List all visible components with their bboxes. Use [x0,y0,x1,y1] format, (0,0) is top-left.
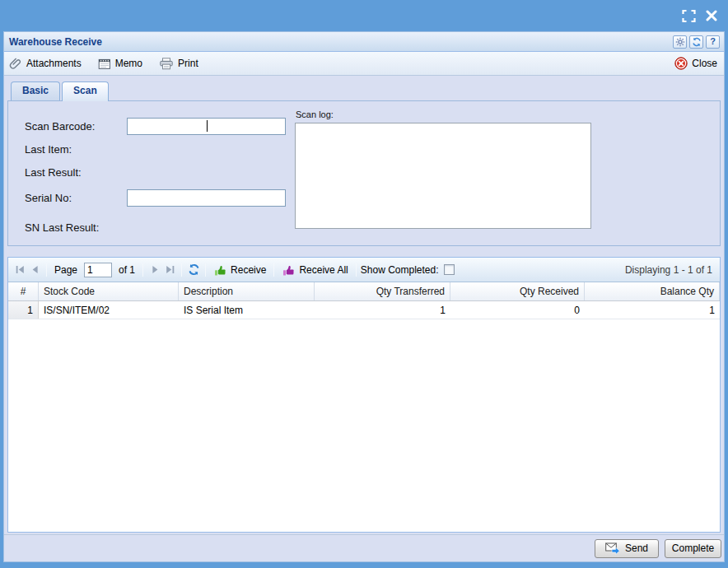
send-button[interactable]: Send [595,539,659,558]
qty-received-cell: 0 [450,301,585,319]
column-header-stock-code[interactable]: Stock Code [39,282,179,300]
application-window: Warehouse Receive ? [0,0,728,568]
settings-button[interactable] [673,35,687,49]
toolbar-separator [46,263,47,277]
dialog-footer: Send Complete [4,534,724,561]
close-label: Close [692,58,717,69]
table-row[interactable]: 1 IS/SN/ITEM/02 IS Serial Item 1 0 1 [8,301,720,319]
grid-toolbar: Page of 1 [8,258,720,282]
row-number-cell: 1 [8,301,39,319]
qty-transferred-cell: 1 [315,301,450,319]
attachments-label: Attachments [26,58,82,69]
column-header-num[interactable]: # [8,282,39,300]
close-window-icon[interactable] [703,8,720,23]
maximize-icon[interactable] [680,8,697,23]
page-of-label: of 1 [119,264,135,276]
scan-log-label: Scan log: [296,109,334,119]
next-page-icon [150,264,161,275]
refresh-icon [692,37,702,47]
toolbar-separator [273,263,274,277]
scan-barcode-input[interactable] [127,118,286,135]
toolbar-separator [356,263,357,277]
complete-label: Complete [672,542,714,554]
receive-all-label: Receive All [299,264,348,276]
warehouse-receive-dialog: Warehouse Receive ? [3,31,725,562]
description-cell: IS Serial Item [179,301,315,319]
first-page-icon [15,264,26,275]
serial-no-label: Serial No: [25,192,72,204]
window-controls [680,8,720,23]
complete-button[interactable]: Complete [665,539,721,558]
scan-form-panel: Scan Barcode: Last Item: Last Result: Se… [7,100,721,246]
last-result-label: Last Result: [25,166,82,179]
last-page-button[interactable] [162,263,177,277]
grid-header: # Stock Code Description Qty Transferred… [8,282,720,301]
close-dialog-button[interactable]: Close [674,57,717,70]
memo-icon [98,58,111,70]
balance-qty-cell: 1 [585,301,720,319]
receive-label: Receive [231,264,266,276]
prev-page-button[interactable] [27,263,42,277]
dialog-title: Warehouse Receive [9,36,673,48]
print-label: Print [178,58,198,69]
attachments-button[interactable]: Attachments [9,57,82,70]
scan-barcode-field-wrap [127,118,286,135]
last-item-label: Last Item: [25,143,72,156]
toolbar-separator [181,263,182,277]
dialog-toolbar: Attachments Memo Print Close [4,52,724,76]
print-button[interactable]: Print [159,58,198,70]
items-grid-panel: Page of 1 [7,257,721,533]
receive-button[interactable]: Receive [210,263,269,277]
titlebar-buttons: ? [673,35,720,49]
first-page-button[interactable] [12,263,27,277]
toolbar-separator [205,263,206,277]
thumbs-up-purple-icon [282,263,295,277]
displaying-status: Displaying 1 - 1 of 1 [625,264,712,276]
scan-log-textarea[interactable] [295,123,591,229]
refresh-grid-button[interactable] [186,263,201,277]
refresh-icon [188,263,200,276]
toolbar-separator [142,263,143,277]
printer-icon [159,58,174,70]
receive-all-button[interactable]: Receive All [278,263,351,277]
send-label: Send [625,542,648,554]
next-page-button[interactable] [147,263,162,277]
page-label: Page [54,264,77,276]
column-header-balance-qty[interactable]: Balance Qty [585,282,720,300]
sn-last-result-label: SN Last Result: [25,221,99,234]
help-icon: ? [710,37,716,46]
column-header-description[interactable]: Description [179,282,315,300]
page-number-input[interactable] [84,263,112,277]
help-button[interactable]: ? [706,35,720,49]
last-page-icon [165,264,175,275]
paperclip-icon [9,57,22,70]
show-completed-label: Show Completed: [361,264,439,276]
memo-label: Memo [115,58,142,69]
stock-code-cell: IS/SN/ITEM/02 [39,301,179,319]
scan-barcode-label: Scan Barcode: [25,120,95,133]
tab-scan[interactable]: Scan [62,81,109,101]
memo-button[interactable]: Memo [98,58,142,70]
send-envelope-icon [605,542,620,555]
column-header-qty-transferred[interactable]: Qty Transferred [315,282,450,300]
tabstrip: Basic Scan [4,76,724,100]
dialog-titlebar: Warehouse Receive ? [4,32,724,52]
serial-no-input[interactable] [127,189,286,207]
close-red-icon [674,57,688,70]
show-completed-checkbox[interactable] [444,264,455,275]
prev-page-icon [30,264,40,275]
refresh-panel-button[interactable] [689,35,703,49]
tab-basic[interactable]: Basic [11,81,60,100]
gear-icon [675,37,685,47]
column-header-qty-received[interactable]: Qty Received [450,282,585,300]
thumbs-up-green-icon [213,263,226,277]
serial-no-field-wrap [127,189,286,207]
